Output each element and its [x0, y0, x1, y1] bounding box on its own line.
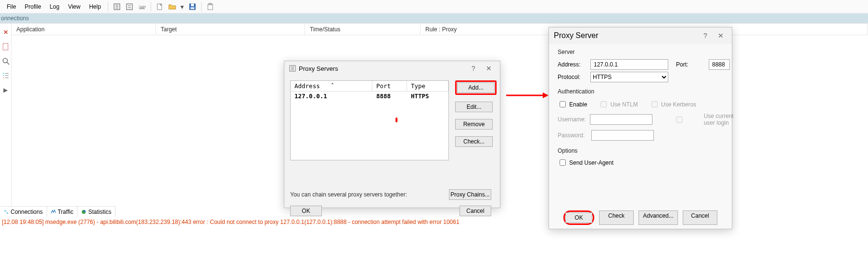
- help-icon[interactable]: ?: [467, 62, 480, 75]
- svg-rect-12: [208, 4, 213, 10]
- col-address[interactable]: Address ˆ: [291, 81, 372, 91]
- svg-point-18: [3, 75, 4, 76]
- proxy-server-list[interactable]: Address ˆ Port Type 127.0.0.1 8888 HTTPS: [290, 80, 449, 160]
- address-input[interactable]: [590, 59, 668, 70]
- advanced-button[interactable]: Advanced...: [638, 210, 678, 225]
- address-label: Address:: [558, 61, 587, 68]
- chain-text: You can chain several proxy servers toge…: [290, 191, 407, 198]
- close-red-icon[interactable]: ✕: [2, 28, 10, 36]
- col-target[interactable]: Target: [156, 24, 305, 35]
- menubar: File Profile Log View Help .COM ▾: [0, 0, 868, 13]
- toolbar-separator: [151, 2, 151, 12]
- new-icon[interactable]: [155, 2, 165, 12]
- use-ntlm-checkbox: Use NTLM: [599, 100, 638, 109]
- annotation-arrow-icon: [505, 91, 549, 100]
- add-button[interactable]: Add...: [457, 82, 495, 93]
- menu-profile[interactable]: Profile: [21, 1, 45, 12]
- search-icon[interactable]: [2, 57, 10, 65]
- protocol-label: Protocol:: [558, 74, 587, 80]
- check-button[interactable]: Check: [599, 210, 634, 225]
- svg-rect-24: [7, 212, 8, 214]
- svg-marker-32: [543, 92, 549, 98]
- status-error-line: [12.08 19:48:05] msedge.exe (2776) - api…: [0, 218, 549, 226]
- svg-rect-4: [127, 4, 132, 10]
- port-input[interactable]: [709, 59, 730, 70]
- enable-checkbox[interactable]: Enable: [558, 100, 587, 109]
- col-time-status[interactable]: Time/Status: [305, 24, 421, 35]
- svg-rect-13: [209, 3, 212, 5]
- ok-button[interactable]: OK: [565, 212, 592, 223]
- toolbar-separator: [201, 2, 202, 12]
- connections-band: onnections: [0, 13, 868, 23]
- ok-button[interactable]: OK: [290, 206, 322, 216]
- close-icon[interactable]: ✕: [715, 29, 727, 42]
- edit-button[interactable]: Edit...: [455, 102, 493, 112]
- col-application[interactable]: Application: [12, 24, 156, 35]
- proxy-server-dialog: Proxy Server ? ✕ Server Address: Port: P…: [549, 27, 732, 229]
- arrow-right-icon[interactable]: ▶: [2, 86, 10, 94]
- password-label: Password:: [558, 132, 587, 139]
- col-type[interactable]: Type: [407, 81, 448, 91]
- group-server-label: Server: [549, 44, 732, 58]
- use-current-login-checkbox: Use current user login: [656, 113, 742, 126]
- dialog-title: Proxy Server: [554, 31, 598, 40]
- server-row[interactable]: 127.0.0.1 8888 HTTPS: [291, 92, 448, 101]
- toolbar-icon-1[interactable]: [112, 2, 122, 12]
- group-options-label: Options: [549, 143, 732, 157]
- svg-text:.COM: .COM: [138, 5, 146, 8]
- remove-button[interactable]: Remove: [455, 119, 493, 130]
- svg-rect-14: [3, 43, 8, 50]
- statistics-icon: [81, 210, 86, 214]
- tab-connections-label: Connections: [11, 209, 43, 215]
- group-auth-label: Authentication: [549, 83, 732, 98]
- tab-traffic-label: Traffic: [58, 209, 74, 215]
- toolbar-icon-com[interactable]: .COM: [137, 2, 147, 12]
- grid-header: Application Target Time/Status Rule : Pr…: [12, 24, 868, 35]
- col-port[interactable]: Port: [372, 81, 407, 91]
- check-button[interactable]: Check...: [455, 136, 493, 147]
- username-input: [590, 114, 652, 125]
- toolbar-separator: [108, 2, 108, 12]
- menu-help[interactable]: Help: [85, 1, 105, 12]
- list-icon[interactable]: [2, 72, 10, 79]
- connections-icon: [4, 210, 9, 214]
- tab-connections[interactable]: Connections: [0, 207, 47, 217]
- traffic-icon: [51, 210, 56, 214]
- svg-point-17: [3, 73, 4, 74]
- tab-statistics-label: Statistics: [88, 209, 111, 215]
- proxy-chains-button[interactable]: Proxy Chains...: [449, 189, 491, 200]
- window-icon: [289, 65, 296, 72]
- doc-icon[interactable]: [2, 43, 10, 51]
- ok-button-highlight: OK: [563, 210, 594, 225]
- save-icon[interactable]: [188, 2, 197, 12]
- toolbar-icon-2[interactable]: [125, 2, 134, 12]
- connections-band-label: onnections: [1, 15, 29, 22]
- dialog-title: Proxy Servers: [299, 65, 338, 72]
- add-button-highlight: Add...: [455, 80, 497, 95]
- bottom-tab-bar: Connections Traffic Statistics: [0, 206, 115, 217]
- protocol-select[interactable]: HTTPS: [590, 72, 668, 82]
- use-kerberos-checkbox: Use Kerberos: [650, 100, 696, 109]
- annotation-dot: [396, 118, 397, 122]
- tab-traffic[interactable]: Traffic: [47, 207, 78, 217]
- menu-view[interactable]: View: [64, 1, 84, 12]
- svg-rect-10: [191, 4, 194, 6]
- close-icon[interactable]: ✕: [483, 62, 495, 75]
- clipboard-icon[interactable]: [205, 2, 215, 12]
- svg-point-19: [3, 77, 4, 78]
- send-user-agent-checkbox[interactable]: Send User-Agent: [558, 158, 613, 167]
- tab-statistics[interactable]: Statistics: [77, 207, 115, 217]
- menu-file[interactable]: File: [3, 1, 20, 12]
- username-label: Username:: [558, 116, 586, 123]
- svg-point-15: [3, 58, 7, 63]
- cancel-button[interactable]: Cancel: [683, 210, 717, 225]
- cancel-button[interactable]: Cancel: [460, 206, 491, 216]
- left-tool-strip: ✕ ▶: [0, 24, 12, 206]
- dropdown-chevron-icon[interactable]: ▾: [180, 2, 185, 12]
- help-icon[interactable]: ?: [699, 29, 712, 42]
- folder-open-icon[interactable]: [167, 2, 177, 12]
- svg-rect-23: [4, 210, 6, 211]
- password-input: [591, 130, 654, 141]
- menu-log[interactable]: Log: [46, 1, 63, 12]
- proxy-servers-dialog: Proxy Servers ? ✕ Address ˆ Port Type 12…: [284, 61, 500, 208]
